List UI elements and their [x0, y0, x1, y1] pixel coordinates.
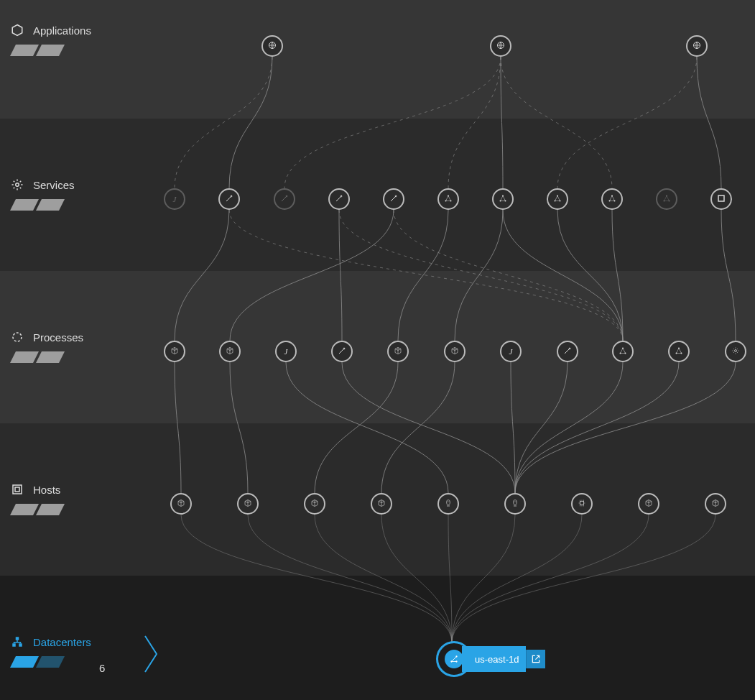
- host-node[interactable]: [705, 493, 726, 515]
- tux-icon: [444, 499, 453, 509]
- service-node[interactable]: [656, 188, 677, 210]
- host-node[interactable]: [437, 493, 459, 515]
- svg-point-47: [514, 500, 517, 505]
- service-node[interactable]: [710, 188, 732, 210]
- processe-node[interactable]: [164, 341, 185, 362]
- chevron-right-icon[interactable]: [144, 635, 161, 673]
- cube-icon: [377, 499, 386, 509]
- svg-point-43: [735, 350, 737, 352]
- row-header-hosts[interactable]: Hosts: [10, 482, 60, 497]
- application-node[interactable]: [490, 35, 511, 57]
- processe-node[interactable]: J: [275, 341, 297, 362]
- processe-node[interactable]: [444, 341, 465, 362]
- svg-rect-15: [19, 643, 22, 647]
- cube-icon: [394, 346, 402, 356]
- row-header-services[interactable]: Services: [10, 178, 75, 192]
- cube-icon: [450, 346, 459, 356]
- svg-point-6: [13, 333, 22, 341]
- host-node[interactable]: [304, 493, 325, 515]
- processe-node[interactable]: [219, 341, 241, 362]
- node-icon: [444, 194, 453, 204]
- java-icon: J: [284, 348, 288, 356]
- datacenter-name: us-east-1d: [475, 654, 519, 665]
- row-processes: Processes: [0, 271, 755, 423]
- svg-rect-9: [13, 485, 22, 494]
- service-node[interactable]: [328, 188, 350, 210]
- processe-node[interactable]: J: [500, 341, 522, 362]
- java-icon: J: [173, 195, 177, 203]
- application-node[interactable]: [261, 35, 283, 57]
- node-icon: [662, 194, 671, 204]
- node-icon: [675, 346, 683, 356]
- row-header-applications[interactable]: Applications: [10, 23, 91, 37]
- wand-icon: [280, 194, 289, 204]
- wand-icon: [563, 346, 572, 356]
- svg-point-48: [514, 502, 515, 502]
- host-node[interactable]: [638, 493, 659, 515]
- processe-node[interactable]: [557, 341, 578, 362]
- row-datacenters: Datacenters 6: [0, 576, 755, 700]
- node-icon: [499, 194, 507, 204]
- application-node[interactable]: [686, 35, 708, 57]
- host-node[interactable]: [571, 493, 593, 515]
- processe-node[interactable]: [331, 341, 353, 362]
- service-node[interactable]: [437, 188, 459, 210]
- globe-icon: [693, 41, 701, 51]
- svg-marker-4: [10, 199, 39, 211]
- processe-node[interactable]: [725, 341, 746, 362]
- open-external-button[interactable]: [526, 650, 545, 668]
- service-node[interactable]: [274, 188, 295, 210]
- processe-node[interactable]: [387, 341, 409, 362]
- tux-icon: [511, 499, 519, 509]
- wand-icon: [338, 346, 346, 356]
- cube-icon: [644, 499, 653, 509]
- svg-rect-10: [15, 487, 19, 492]
- cube-icon: [226, 346, 234, 356]
- node-icon: [619, 346, 627, 356]
- svg-rect-13: [16, 637, 19, 640]
- svg-marker-17: [36, 656, 65, 668]
- svg-marker-2: [36, 45, 65, 56]
- svg-marker-5: [36, 199, 65, 211]
- row-header-datacenters[interactable]: Datacenters: [10, 635, 91, 649]
- service-node[interactable]: [547, 188, 568, 210]
- wand-icon: [335, 194, 343, 204]
- row-decor: [10, 45, 75, 56]
- row-decor: [10, 351, 75, 363]
- service-node[interactable]: [383, 188, 404, 210]
- cube-icon: [711, 499, 720, 509]
- datacenter-selected[interactable]: us-east-1d: [436, 641, 545, 677]
- row-decor: [10, 656, 75, 668]
- service-node[interactable]: J: [164, 188, 185, 210]
- gear-icon: [10, 178, 24, 192]
- host-node[interactable]: [170, 493, 192, 515]
- processe-node[interactable]: [668, 341, 690, 362]
- datacenter-count: 6: [99, 662, 105, 674]
- row-applications: Applications: [0, 0, 755, 119]
- cube-icon: [244, 499, 252, 509]
- svg-marker-0: [12, 25, 22, 36]
- host-node[interactable]: [237, 493, 259, 515]
- row-label: Services: [33, 179, 75, 191]
- node-icon: [608, 194, 616, 204]
- service-node[interactable]: [218, 188, 240, 210]
- svg-point-45: [448, 502, 448, 502]
- processe-node[interactable]: [612, 341, 634, 362]
- cube-icon: [310, 499, 319, 509]
- svg-marker-16: [10, 656, 39, 668]
- host-node[interactable]: [371, 493, 392, 515]
- square-icon: [718, 195, 725, 203]
- hexagon-icon: [10, 23, 24, 37]
- host-node[interactable]: [504, 493, 526, 515]
- svg-point-49: [516, 502, 517, 502]
- service-node[interactable]: [601, 188, 623, 210]
- svg-marker-12: [36, 504, 65, 515]
- row-header-processes[interactable]: Processes: [10, 330, 83, 344]
- svg-point-46: [449, 502, 450, 502]
- node-icon: [553, 194, 562, 204]
- svg-marker-11: [10, 504, 39, 515]
- service-node[interactable]: [492, 188, 514, 210]
- svg-marker-8: [36, 351, 65, 363]
- svg-rect-14: [12, 643, 16, 647]
- row-label: Processes: [33, 331, 83, 344]
